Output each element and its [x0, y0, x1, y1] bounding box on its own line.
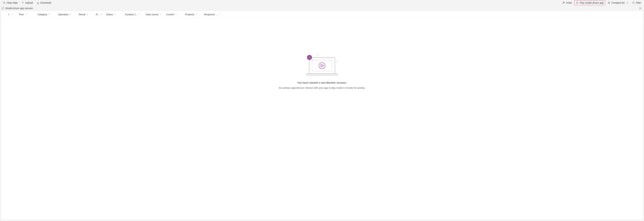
column-header-control[interactable]: Control [166, 13, 185, 16]
close-icon [639, 7, 642, 10]
chevron-down-icon [101, 13, 103, 16]
chevron-down-icon [175, 13, 177, 16]
list-icon [608, 1, 610, 4]
column-label: I.. [8, 13, 10, 16]
column-header-response[interactable]: Response ... [204, 13, 225, 16]
upload-button[interactable]: Upload [20, 0, 34, 5]
upload-label: Upload [25, 1, 33, 4]
toolbar-right: Invite Play model-driven app Compact lis… [561, 0, 643, 5]
chevron-down-icon [160, 13, 162, 16]
column-label: Status [106, 13, 113, 16]
svg-point-1 [632, 2, 634, 3]
info-icon [1, 7, 4, 10]
compact-list-label: Compact list [611, 1, 624, 4]
table: I.. Time Category Operation Result R... … [1, 11, 643, 220]
empty-state: You have started a new Monitor session. … [1, 18, 643, 89]
play-model-driven-app-button[interactable]: Play model-driven app [574, 0, 605, 5]
play-app-label: Play model-driven app [580, 1, 604, 4]
infobar: Model-driven app session [0, 6, 644, 11]
chevron-down-icon [218, 13, 221, 16]
infobar-text: Model-driven app session [6, 7, 33, 10]
table-header: I.. Time Category Operation Result R... … [1, 11, 643, 18]
column-header-status[interactable]: Status [106, 13, 125, 16]
chevron-down-icon [48, 13, 50, 16]
empty-title: You have started a new Monitor session. [297, 81, 347, 84]
column-label: Category [38, 13, 47, 16]
column-header-time[interactable]: Time [18, 13, 38, 16]
column-header-id[interactable]: I.. [8, 13, 18, 16]
svg-point-9 [314, 60, 314, 60]
svg-rect-4 [306, 74, 338, 75]
download-button[interactable]: Download [35, 0, 52, 5]
column-header-duration[interactable]: Duration (... [125, 13, 146, 16]
filter-label: Filter [636, 1, 641, 4]
infobar-close-button[interactable] [638, 6, 643, 11]
chevron-down-icon [70, 13, 72, 16]
search-icon [632, 1, 635, 4]
chevron-down-icon [114, 13, 116, 16]
column-label: Result [79, 13, 86, 16]
invite-button[interactable]: Invite [561, 0, 573, 5]
filter-button[interactable]: Filter [631, 0, 643, 5]
chevron-down-icon [86, 13, 88, 16]
clear-data-label: Clear data [6, 1, 18, 4]
column-label: Response ... [204, 13, 218, 16]
column-label: Time [18, 13, 24, 16]
column-label: Property [185, 13, 194, 16]
empty-illustration [303, 52, 341, 78]
column-label: Duration (... [125, 13, 138, 16]
column-header-result[interactable]: Result [79, 13, 96, 16]
svg-point-10 [319, 63, 325, 69]
column-header-operation[interactable]: Operation [58, 13, 79, 16]
column-label: Data source [146, 13, 158, 16]
clear-data-button[interactable]: Clear data [1, 0, 19, 5]
column-label: Operation [58, 13, 68, 16]
chevron-down-icon [626, 2, 628, 4]
download-icon [36, 1, 39, 4]
column-header-category[interactable]: Category [38, 13, 58, 16]
person-add-icon [562, 1, 565, 4]
close-icon [3, 1, 6, 4]
svg-point-8 [314, 60, 314, 60]
column-header-property[interactable]: Property [185, 13, 204, 16]
chevron-down-icon [138, 13, 141, 16]
toolbar: Clear data Upload Download Invite Play [0, 0, 644, 6]
column-label: R... [96, 13, 100, 16]
svg-point-7 [313, 60, 313, 60]
chevron-down-icon [11, 13, 14, 16]
invite-label: Invite [566, 1, 572, 4]
upload-icon [22, 1, 24, 4]
chevron-down-icon [25, 13, 27, 16]
compact-list-button[interactable]: Compact list [606, 0, 630, 5]
svg-point-0 [563, 2, 564, 3]
download-label: Download [40, 1, 51, 4]
column-header-r[interactable]: R... [96, 13, 106, 16]
toolbar-left: Clear data Upload Download [1, 0, 52, 5]
play-icon [576, 1, 579, 4]
column-header-data-source[interactable]: Data source [146, 13, 166, 16]
chevron-down-icon [195, 13, 197, 16]
column-label: Control [166, 13, 174, 16]
empty-subtitle: No activity captured yet. Interact with … [279, 87, 365, 89]
